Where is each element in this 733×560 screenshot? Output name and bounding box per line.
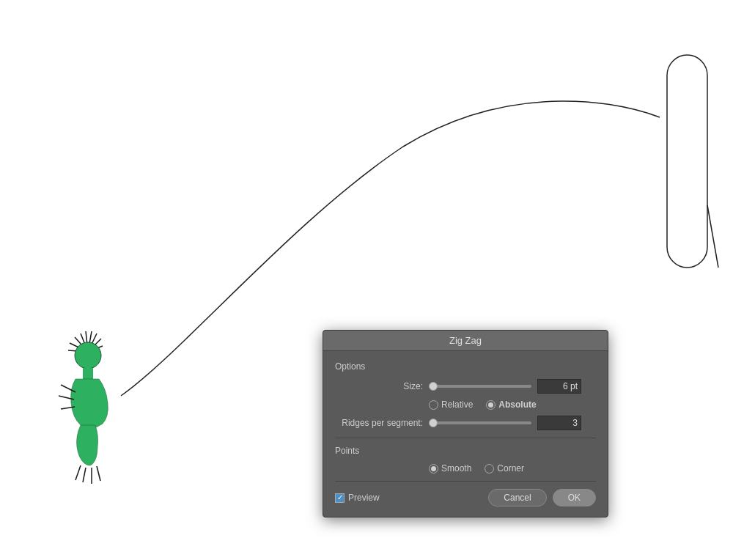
smooth-radio-circle[interactable] [429, 464, 438, 474]
options-label: Options [335, 361, 596, 372]
svg-line-16 [97, 466, 100, 481]
absolute-radio-circle[interactable] [486, 400, 496, 410]
svg-line-14 [83, 468, 86, 482]
ridges-value-input[interactable] [537, 416, 581, 430]
svg-line-17 [61, 385, 75, 392]
ridges-label: Ridges per segment: [335, 418, 423, 428]
size-type-row: Relative Absolute [429, 399, 596, 410]
size-row: Size: [335, 379, 596, 394]
absolute-radio[interactable]: Absolute [486, 399, 536, 410]
svg-line-9 [68, 350, 88, 352]
dialog-buttons: Cancel OK [488, 489, 596, 506]
corner-radio[interactable]: Corner [485, 463, 524, 474]
ridges-slider-thumb[interactable] [429, 419, 438, 427]
preview-label: Preview [348, 493, 380, 503]
svg-line-2 [81, 334, 88, 352]
zig-zag-dialog: Zig Zag Options Size: Relative Absolute [323, 330, 608, 517]
svg-line-10 [88, 346, 103, 352]
svg-line-5 [88, 334, 97, 352]
preview-checkbox[interactable]: ✓ [335, 493, 345, 503]
ridges-slider[interactable] [429, 421, 531, 424]
svg-line-19 [61, 407, 75, 409]
svg-line-8 [70, 343, 88, 352]
absolute-label: Absolute [498, 399, 536, 410]
size-slider[interactable] [429, 385, 531, 388]
points-label: Points [335, 446, 596, 456]
ok-button[interactable]: OK [553, 489, 596, 506]
ridges-row: Ridges per segment: [335, 416, 596, 430]
svg-line-13 [75, 465, 81, 480]
svg-line-4 [88, 331, 92, 352]
relative-radio-circle[interactable] [429, 400, 438, 410]
dialog-title: Zig Zag [323, 331, 608, 351]
corner-radio-circle[interactable] [485, 464, 494, 474]
svg-rect-0 [667, 55, 707, 268]
svg-line-1 [707, 205, 718, 268]
size-slider-thumb[interactable] [429, 382, 438, 391]
svg-line-3 [86, 331, 88, 352]
smooth-radio[interactable]: Smooth [429, 463, 471, 474]
smooth-label: Smooth [441, 463, 471, 474]
corner-label: Corner [497, 463, 524, 474]
relative-label: Relative [441, 399, 473, 410]
svg-rect-12 [83, 368, 93, 379]
preview-left: ✓ Preview [335, 493, 380, 503]
relative-radio[interactable]: Relative [429, 399, 473, 410]
svg-line-18 [59, 396, 74, 399]
svg-point-11 [75, 342, 101, 369]
svg-line-7 [75, 337, 88, 352]
preview-row: ✓ Preview Cancel OK [335, 489, 596, 506]
svg-line-6 [88, 339, 101, 352]
size-label: Size: [335, 381, 423, 391]
checkbox-check-icon: ✓ [337, 494, 343, 501]
cancel-button[interactable]: Cancel [488, 489, 546, 506]
divider2 [335, 481, 596, 482]
divider [335, 438, 596, 438]
size-value-input[interactable] [537, 379, 581, 394]
points-type-row: Smooth Corner [429, 463, 596, 474]
